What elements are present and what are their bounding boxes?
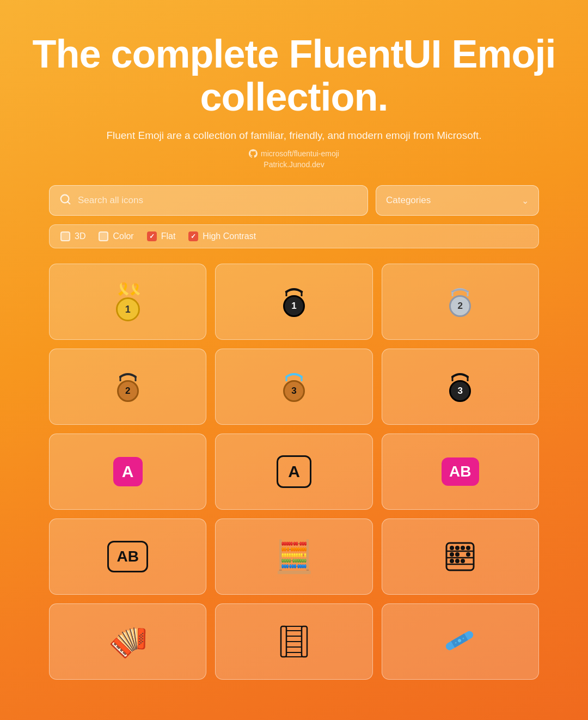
emoji-card-abacus-hc[interactable]: [382, 518, 539, 595]
bandage-svg: [442, 626, 478, 656]
svg-point-24: [455, 559, 460, 563]
categories-dropdown[interactable]: Categories ⌄: [376, 185, 539, 216]
checkbox-flat[interactable]: [147, 231, 157, 241]
svg-point-21: [455, 552, 460, 557]
filter-high-contrast[interactable]: High Contrast: [188, 231, 256, 241]
svg-point-16: [450, 546, 454, 550]
filter-3d[interactable]: 3D: [60, 231, 85, 241]
svg-point-18: [461, 546, 465, 550]
checkbox-3d[interactable]: [60, 231, 70, 241]
hero-links: microsoft/fluentui-emoji Patrick.Junod.d…: [22, 149, 566, 169]
svg-point-20: [450, 552, 454, 557]
svg-point-19: [466, 546, 470, 550]
hero-section: The complete FluentUI Emoji collection. …: [0, 0, 588, 185]
controls-section: Categories ⌄ 3D Color Flat High Contrast: [33, 185, 555, 248]
filter-color[interactable]: Color: [99, 231, 133, 241]
hero-subtitle: Fluent Emoji are a collection of familia…: [22, 130, 566, 142]
filter-label-flat: Flat: [161, 231, 176, 241]
categories-label: Categories: [386, 195, 431, 206]
checkbox-color[interactable]: [99, 231, 108, 241]
emoji-card-a-button-flat[interactable]: A: [49, 434, 206, 510]
emoji-card-abacus-flat[interactable]: 🧮: [215, 518, 372, 595]
checkbox-high-contrast[interactable]: [188, 231, 198, 241]
search-input[interactable]: [78, 195, 358, 206]
svg-rect-27: [302, 626, 307, 657]
svg-line-1: [68, 202, 70, 204]
emoji-card-ab-button-hc[interactable]: AB: [49, 518, 206, 595]
emoji-card-adhesive-bandage[interactable]: [382, 603, 539, 680]
emoji-grid: 🎗️🎗️ 1 1 2: [33, 264, 555, 680]
filters-row: 3D Color Flat High Contrast: [49, 224, 539, 248]
github-icon: [249, 149, 258, 158]
chevron-down-icon: ⌄: [522, 196, 529, 206]
emoji-card-3rd-hc[interactable]: 3: [382, 349, 539, 425]
emoji-card-2nd-silver[interactable]: 2: [382, 264, 539, 340]
accordion-hc-svg: [280, 625, 308, 658]
filter-label-color: Color: [113, 231, 133, 241]
page-title: The complete FluentUI Emoji collection.: [22, 33, 566, 119]
filter-label-3d: 3D: [75, 231, 85, 241]
emoji-card-accordion-hc[interactable]: [215, 603, 372, 680]
emoji-card-1st-flat[interactable]: 🎗️🎗️ 1: [49, 264, 206, 340]
emoji-card-1st-hc[interactable]: 1: [215, 264, 372, 340]
emoji-card-ab-button-flat[interactable]: AB: [382, 434, 539, 510]
svg-point-17: [455, 546, 460, 550]
filter-label-high-contrast: High Contrast: [203, 231, 256, 241]
emoji-card-a-button-hc[interactable]: A: [215, 434, 372, 510]
abacus-flat-emoji: 🧮: [274, 541, 314, 572]
search-icon: [59, 193, 71, 208]
accordion-flat-emoji: 🪗: [108, 626, 148, 657]
emoji-card-3rd-flat[interactable]: 3: [215, 349, 372, 425]
search-box[interactable]: [49, 185, 368, 216]
svg-point-22: [466, 552, 470, 557]
svg-point-25: [461, 559, 465, 563]
search-row: Categories ⌄: [49, 185, 539, 216]
emoji-card-2nd-bronze-flat[interactable]: 2: [49, 349, 206, 425]
site-link[interactable]: Patrick.Junod.dev: [264, 160, 324, 169]
svg-rect-26: [281, 626, 286, 657]
abacus-hc-svg: [444, 540, 476, 573]
github-link[interactable]: microsoft/fluentui-emoji: [249, 149, 339, 158]
emoji-card-accordion-flat[interactable]: 🪗: [49, 603, 206, 680]
svg-point-23: [450, 559, 454, 563]
filter-flat[interactable]: Flat: [147, 231, 176, 241]
